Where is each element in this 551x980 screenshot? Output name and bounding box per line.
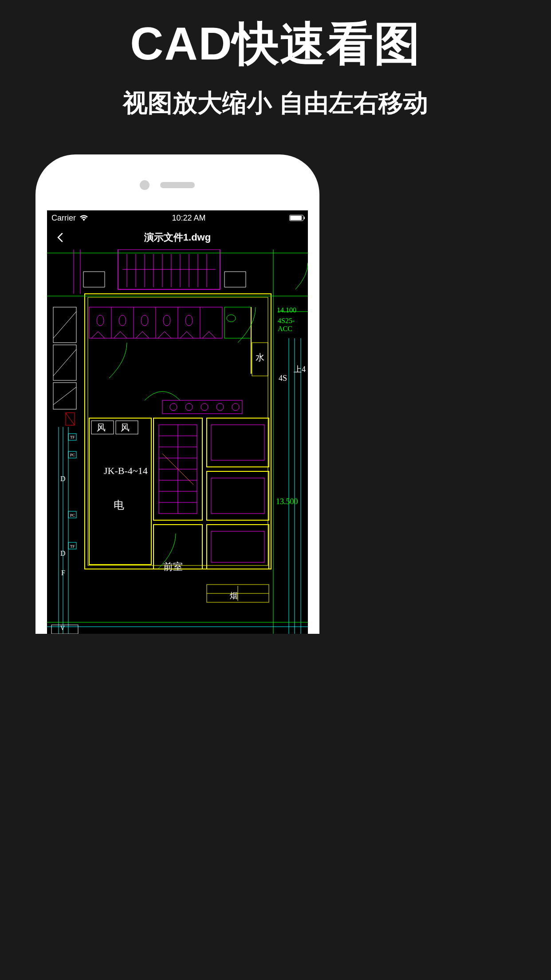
cad-label-beam: 4S25-ACC: [278, 317, 308, 333]
svg-rect-54: [207, 418, 269, 467]
svg-rect-52: [89, 418, 151, 565]
carrier-label: Carrier: [51, 213, 76, 223]
cad-label-dim-13500: 13.500: [276, 497, 298, 506]
cad-label-wind2: 风: [121, 422, 130, 434]
cad-label-smoke: 烟: [230, 590, 238, 601]
cad-label-tf2: TF: [70, 544, 75, 549]
svg-point-26: [119, 315, 126, 326]
svg-marker-15: [224, 272, 246, 287]
svg-point-28: [163, 315, 170, 326]
svg-point-27: [141, 315, 148, 326]
phone-speaker-icon: [160, 182, 195, 188]
phone-frame: Carrier 10:22 AM 演示文件1.dwg: [35, 154, 319, 634]
cad-label-d2: D: [60, 549, 66, 557]
promo-title: CAD快速看图: [0, 13, 551, 75]
cad-label-dim-14100: 14.100: [277, 306, 296, 314]
file-title: 演示文件1.dwg: [144, 231, 211, 244]
cad-label-pc2: PC: [70, 513, 75, 518]
phone-camera-icon: [140, 180, 150, 190]
cad-label-water: 水: [256, 352, 264, 364]
svg-point-84: [232, 403, 239, 411]
status-bar: Carrier 10:22 AM: [47, 210, 308, 225]
svg-rect-60: [211, 425, 264, 460]
svg-point-31: [227, 315, 236, 322]
svg-line-41: [66, 413, 75, 425]
cad-label-v: V: [60, 625, 65, 632]
promo-subtitle: 视图放大缩小 自由左右移动: [0, 87, 551, 120]
status-time: 10:22 AM: [172, 213, 205, 223]
back-button[interactable]: [55, 232, 66, 243]
svg-point-25: [97, 315, 104, 326]
nav-bar: 演示文件1.dwg: [47, 225, 308, 249]
svg-rect-61: [211, 478, 264, 514]
svg-point-29: [185, 315, 193, 326]
svg-point-83: [216, 403, 224, 411]
cad-label-front-room: 前室: [163, 560, 183, 573]
svg-line-39: [53, 387, 76, 405]
svg-line-35: [53, 312, 76, 338]
svg-rect-55: [207, 471, 269, 520]
phone-screen: Carrier 10:22 AM 演示文件1.dwg: [47, 210, 308, 634]
svg-point-80: [170, 403, 177, 411]
svg-point-82: [201, 403, 208, 411]
svg-rect-62: [211, 531, 264, 562]
svg-line-37: [53, 349, 76, 376]
cad-label-electric: 电: [114, 498, 124, 512]
cad-viewport[interactable]: 水 风 风 JK-B-4~14 电 前室 烟 14.100 4S25-ACC 上…: [47, 249, 308, 634]
battery-icon: [289, 215, 303, 221]
chevron-left-icon: [55, 232, 66, 243]
svg-point-81: [185, 403, 193, 411]
wifi-icon: [79, 215, 88, 221]
cad-label-jk: JK-B-4~14: [104, 465, 148, 477]
cad-label-4s: 4S: [279, 374, 287, 383]
svg-rect-79: [162, 400, 242, 414]
cad-drawing: [47, 249, 308, 634]
cad-label-pc1: PC: [70, 453, 75, 457]
svg-marker-14: [83, 272, 105, 287]
cad-label-up4: 上4: [294, 364, 306, 375]
cad-label-d1: D: [60, 475, 66, 483]
cad-label-tf1: TF: [70, 435, 75, 439]
cad-label-wind1: 风: [97, 422, 106, 434]
cad-label-f: F: [61, 569, 65, 577]
svg-rect-30: [224, 307, 251, 338]
